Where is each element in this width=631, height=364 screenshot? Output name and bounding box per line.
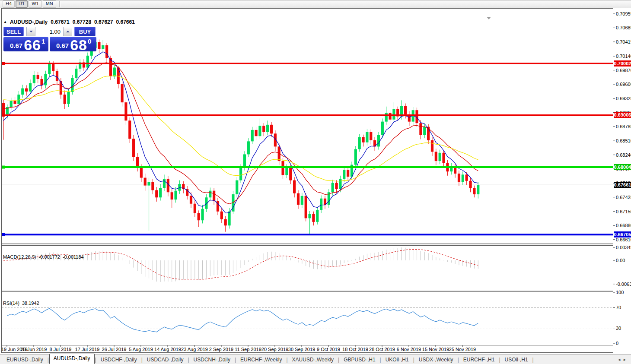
horizontal-line-handle[interactable]	[2, 233, 5, 236]
candle-body	[98, 42, 100, 49]
chart-tab-xauusd-weekly[interactable]: XAUUSD-,Weekly	[288, 356, 338, 364]
chart-tab-eurchf-weekly[interactable]: EURCHF-,Weekly	[236, 356, 286, 364]
candle-body	[404, 106, 407, 114]
time-axis-label: 18 Oct 2019	[342, 347, 368, 352]
candle-body	[258, 126, 261, 136]
price-tick-label: 0.70685	[616, 25, 631, 30]
candle-body	[190, 196, 192, 204]
timeframe-button-h4[interactable]: H4	[3, 0, 15, 8]
candle-body	[377, 135, 380, 146]
price-badge-068004: 0.68004	[614, 164, 631, 170]
candle-body	[339, 179, 341, 189]
candle-body	[64, 95, 66, 104]
chart-tab-usdx-weekly[interactable]: USDX-,Weekly	[415, 356, 457, 364]
candle-body	[419, 123, 422, 135]
chart-tab-usdcad-daily[interactable]: USDCAD-,Daily	[143, 356, 188, 364]
price-tick-label: 0.66880	[616, 223, 631, 228]
chart-block: ▲ AUDUSD-,Daily 0.67671 0.67728 0.67627 …	[0, 8, 631, 354]
rsi-tick-label: 0	[616, 341, 618, 346]
ohlc-low: 0.67627	[94, 19, 113, 25]
chart-tab-eurusd-daily[interactable]: EURUSD-,Daily	[3, 356, 47, 364]
candle-body	[285, 168, 288, 175]
candle-body	[392, 109, 395, 120]
candle-body	[213, 191, 215, 201]
candle-body	[105, 45, 108, 58]
horizontal-line-handle[interactable]	[2, 114, 5, 117]
chart-shift-marker-icon[interactable]	[487, 17, 491, 19]
macd-tick-label: 0.00349	[616, 245, 631, 250]
one-click-trading-panel: SELL BUY 0.67 66 1 0.67 68 0	[3, 27, 96, 51]
collapse-panel-icon[interactable]: ▲	[3, 20, 7, 24]
candle-body	[56, 71, 58, 81]
candle-body	[25, 89, 28, 92]
candle-body	[37, 75, 39, 79]
candle-body	[458, 174, 460, 182]
sell-price-box[interactable]: 0.67 66 1	[3, 37, 48, 51]
price-tick-label: 0.67425	[616, 195, 631, 200]
candle-body	[354, 149, 357, 165]
chart-tab-usdcnh-daily[interactable]: USDCNH-,Daily	[190, 356, 234, 364]
chart-tab-audusd-daily[interactable]: AUDUSD-,Daily	[49, 354, 95, 364]
tabs-scroll-right-icon[interactable]: ►	[623, 358, 628, 362]
candle-body	[124, 102, 127, 120]
buy-button[interactable]: BUY	[74, 27, 96, 36]
horizontal-line-handle[interactable]	[2, 166, 5, 169]
price-tick-label: 0.70140	[616, 54, 631, 59]
tab-separator: |	[532, 356, 534, 364]
volume-increase-button[interactable]	[63, 27, 72, 36]
time-axis-label: 17 Jul 2019	[75, 347, 100, 352]
candle-body	[431, 140, 433, 152]
tabs-scroll-left-icon[interactable]: ◄	[617, 358, 623, 362]
time-axis-label: 5 Aug 2019	[129, 347, 153, 352]
chart-tab-usoil-h1[interactable]: USOil-,H1	[501, 356, 532, 364]
time-axis-label: 9 Oct 2019	[317, 347, 340, 352]
candle-body	[439, 153, 441, 161]
volume-input[interactable]	[35, 27, 63, 36]
candle-body	[140, 168, 143, 178]
candle-body	[347, 170, 349, 177]
buy-price-base: 0.67	[56, 42, 69, 49]
chart-tab-eurchf-h1[interactable]: EURCHF-,H1	[459, 356, 499, 364]
candle-body	[48, 64, 51, 74]
candle-body	[33, 75, 35, 83]
candle-body	[281, 161, 284, 175]
candle-body	[415, 110, 418, 123]
candle-body	[171, 192, 173, 199]
candle-body	[220, 212, 223, 219]
time-axis-label: 26 Jul 2019	[102, 347, 127, 352]
sell-button[interactable]: SELL	[3, 27, 24, 36]
candle-body	[301, 196, 303, 205]
chart-tab-usdchf-daily[interactable]: USDCHF-,Daily	[97, 356, 141, 364]
chart-tab-gbpusd-h1[interactable]: GBPUSD-,H1	[340, 356, 379, 364]
candle-body	[147, 182, 150, 185]
timeframe-button-mn[interactable]: MN	[43, 0, 56, 8]
candle-body	[465, 174, 468, 180]
candle-body	[40, 79, 43, 85]
candle-body	[75, 69, 77, 78]
chart-canvas[interactable]	[0, 8, 631, 354]
volume-decrease-button[interactable]	[26, 27, 35, 36]
candle-body	[442, 153, 445, 163]
macd-name: MACD(12,26,9)	[3, 254, 36, 260]
candle-body	[305, 196, 307, 218]
timeframe-button-w1[interactable]: W1	[29, 0, 42, 8]
candle-body	[21, 89, 24, 95]
candle-body	[52, 64, 54, 71]
price-tick-label: 0.69600	[616, 82, 631, 87]
horizontal-line-handle[interactable]	[2, 62, 5, 65]
candle-body	[174, 191, 177, 199]
candle-body	[423, 127, 426, 135]
candle-body	[320, 199, 322, 210]
candle-body	[128, 120, 131, 139]
price-badge-067661: 0.67661	[614, 182, 631, 188]
candle-body	[243, 154, 246, 167]
buy-price-box[interactable]: 0.67 68 0	[50, 37, 96, 51]
candle-body	[17, 95, 20, 104]
ohlc-high: 0.67728	[73, 19, 91, 25]
chart-tab-ukoil-h1[interactable]: UKOil-,H1	[382, 356, 413, 364]
candle-body	[67, 92, 70, 104]
timeframe-button-d1[interactable]: D1	[16, 0, 28, 8]
candle-body	[462, 174, 464, 182]
rsi-tick-label: 30	[616, 326, 621, 331]
time-axis-label: 28 Oct 2019	[369, 347, 395, 352]
